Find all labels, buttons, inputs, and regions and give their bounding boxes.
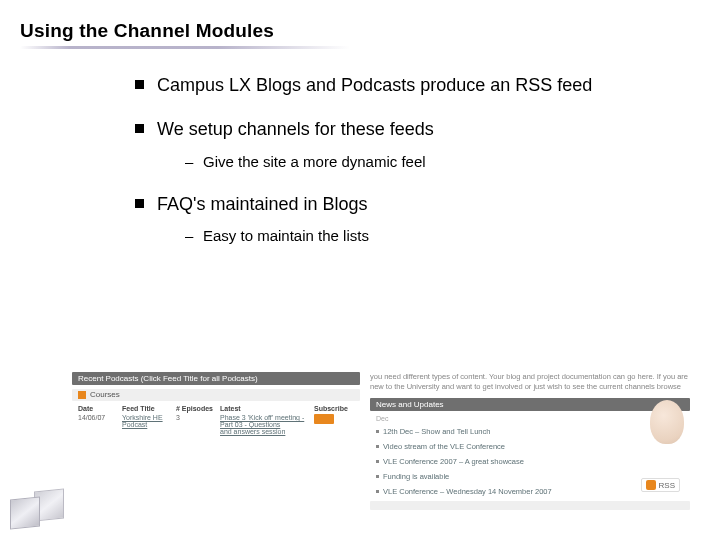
panel-subheader: Courses <box>72 389 360 401</box>
bullet-list: Campus LX Blogs and Podcasts produce an … <box>135 73 680 246</box>
rss-badge[interactable]: RSS <box>641 478 680 492</box>
screenshots-row: Recent Podcasts (Click Feed Title for al… <box>72 372 690 510</box>
avatar <box>650 400 684 444</box>
col-latest: Latest <box>220 405 310 412</box>
slide-content: Campus LX Blogs and Podcasts produce an … <box>0 49 720 246</box>
rss-label: RSS <box>659 481 675 490</box>
feed-link[interactable]: Podcast <box>122 421 147 428</box>
bullet-item: We setup channels for these feeds Give t… <box>135 117 680 172</box>
dec: Dec <box>370 415 690 422</box>
podcast-panel: Recent Podcasts (Click Feed Title for al… <box>72 372 360 510</box>
podcast-table: Date Feed Title # Episodes Latest Subscr… <box>72 405 360 435</box>
sub-list: Easy to maintain the lists <box>157 226 680 246</box>
col-date: Date <box>78 405 118 412</box>
cell-latest: Phase 3 'Kick off' meeting - Part 03 - Q… <box>220 414 310 435</box>
col-eps: # Episodes <box>176 405 216 412</box>
news-header: News and Updates <box>370 398 690 411</box>
latest-link[interactable]: and answers session <box>220 428 285 435</box>
news-link[interactable]: VLE Conference 2007 – A great showcase <box>370 456 690 467</box>
sub-item: Give the site a more dynamic feel <box>185 152 680 172</box>
bullet-text: We setup channels for these feeds <box>157 119 434 139</box>
subheader-text: Courses <box>90 391 120 399</box>
latest-link[interactable]: Phase 3 'Kick off' meeting - Part 03 - Q… <box>220 414 304 428</box>
title-area: Using the Channel Modules <box>0 0 720 49</box>
cell-eps: 3 <box>176 414 216 435</box>
bullet-item: Campus LX Blogs and Podcasts produce an … <box>135 73 680 97</box>
sub-list: Give the site a more dynamic feel <box>157 152 680 172</box>
slide-title: Using the Channel Modules <box>20 20 720 42</box>
rss-icon <box>78 391 86 399</box>
panel-footer <box>370 501 690 510</box>
subscribe-button[interactable] <box>314 414 334 424</box>
bullet-text: FAQ's maintained in Blogs <box>157 194 368 214</box>
col-sub: Subscribe <box>314 405 354 412</box>
col-feed: Feed Title <box>122 405 172 412</box>
bullet-item: FAQ's maintained in Blogs Easy to mainta… <box>135 192 680 247</box>
news-link[interactable]: Video stream of the VLE Conference <box>370 441 690 452</box>
blurb-text: you need different types of content. You… <box>370 372 690 394</box>
sub-item: Easy to maintain the lists <box>185 226 680 246</box>
news-panel: you need different types of content. You… <box>370 372 690 510</box>
slide: Using the Channel Modules Campus LX Blog… <box>0 0 720 540</box>
cell-feed: Yorkshire HE Podcast <box>122 414 172 435</box>
feed-link[interactable]: Yorkshire HE <box>122 414 163 421</box>
rss-icon <box>646 480 656 490</box>
footer-logo <box>6 472 76 534</box>
cell-date: 14/06/07 <box>78 414 118 435</box>
cube-icon <box>10 496 40 529</box>
cell-sub <box>314 414 354 435</box>
panel-header: Recent Podcasts (Click Feed Title for al… <box>72 372 360 385</box>
news-link[interactable]: 12th Dec – Show and Tell Lunch <box>370 426 690 437</box>
